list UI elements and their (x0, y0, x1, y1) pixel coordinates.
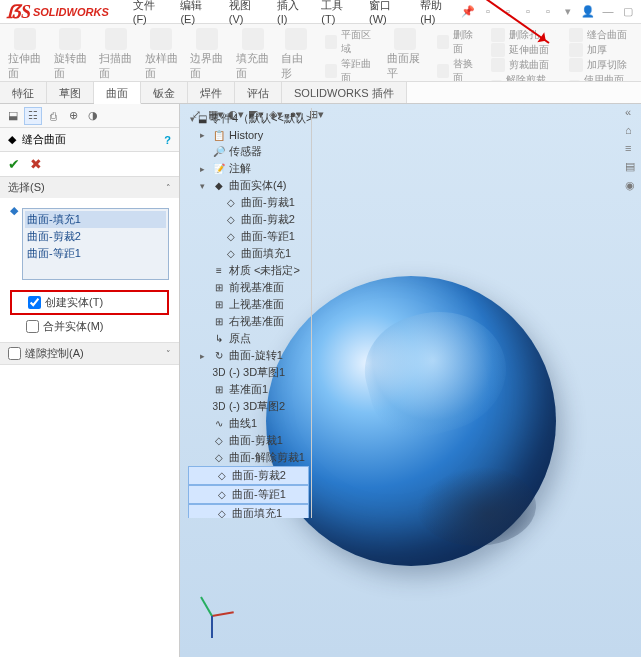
expand-panel-icon[interactable]: « (625, 106, 635, 118)
selection-item[interactable]: 曲面-填充1 (25, 211, 166, 228)
ribbon-button[interactable]: 加厚切除 (569, 58, 633, 72)
feature-item[interactable]: ◇曲面-等距1 (188, 485, 309, 504)
ribbon-button[interactable]: 解除剪裁曲面 (491, 73, 555, 82)
toolbar-quickaccess: 📌 ▫ ▫ ▫ ▫ ▾ 👤 — ▢ (461, 5, 635, 18)
chk-create-solid[interactable]: 创建实体(T) (12, 293, 167, 312)
feature-item[interactable]: 3D(-) 3D草图1 (186, 364, 311, 381)
feature-item[interactable]: ◇曲面-解除剪裁1 (186, 449, 311, 466)
camera-icon[interactable]: ◉ (625, 179, 635, 192)
command-tab[interactable]: 焊件 (188, 82, 235, 103)
ribbon-button[interactable]: 缝合曲面 (569, 28, 633, 42)
feature-item[interactable]: 🔎传感器 (186, 143, 311, 160)
ribbon-button[interactable]: 扫描曲面 (99, 28, 133, 81)
view-triad[interactable] (190, 589, 240, 639)
command-tabs: 特征草图曲面钣金焊件评估SOLIDWORKS 插件 (0, 82, 641, 104)
pm-help-icon[interactable]: ? (164, 134, 171, 146)
menu-item[interactable]: 工具(T) (315, 0, 361, 27)
pm-cancel-button[interactable]: ✖ (30, 156, 42, 172)
home-icon[interactable]: ⌂ (625, 124, 635, 136)
ribbon-button[interactable]: 旋转曲面 (54, 28, 88, 81)
feature-item[interactable]: ∿曲线1 (186, 415, 311, 432)
feature-item[interactable]: ▸📝注解 (186, 160, 311, 177)
pm-ok-button[interactable]: ✔ (8, 156, 20, 172)
palette-icon[interactable]: ▤ (625, 160, 635, 173)
menu-item[interactable]: 插入(I) (271, 0, 313, 27)
section-select-header[interactable]: 选择(S) ˄ (0, 177, 179, 198)
app-logo: ẞSSOLIDWORKS (6, 1, 109, 23)
axis-y (200, 596, 213, 616)
selection-item[interactable]: 曲面-等距1 (25, 245, 166, 262)
ribbon-button[interactable]: 加厚 (569, 43, 633, 57)
chk-create-solid-label: 创建实体(T) (45, 295, 103, 310)
feature-item[interactable]: ◇曲面填充1 (188, 504, 309, 518)
selection-item[interactable]: 曲面-剪裁2 (25, 228, 166, 245)
min-window[interactable]: — (601, 5, 615, 18)
chk-merge[interactable]: 合并实体(M) (10, 317, 169, 336)
chevron-up-icon: ˄ (166, 183, 171, 193)
command-tab[interactable]: 特征 (0, 82, 47, 103)
chk-gap-input[interactable] (8, 347, 21, 360)
menu-item[interactable]: 视图(V) (223, 0, 269, 27)
ribbon-button[interactable]: 放样曲面 (145, 28, 179, 81)
feature-item[interactable]: ◇曲面-剪裁1 (186, 432, 311, 449)
axis-z (211, 616, 213, 638)
section-select-label: 选择(S) (8, 180, 45, 195)
pm-tab-config-icon[interactable]: ⎙ (44, 107, 62, 125)
print-icon[interactable]: ▫ (541, 5, 555, 18)
ribbon-button[interactable]: 填充曲面 (236, 28, 270, 81)
pm-tab-appearance-icon[interactable]: ◑ (84, 107, 102, 125)
feature-item[interactable]: ▸↻曲面-旋转1 (186, 347, 311, 364)
feature-item[interactable]: ⊞前视基准面 (186, 279, 311, 296)
options-icon[interactable]: ▾ (561, 5, 575, 18)
save-icon[interactable]: ▫ (521, 5, 535, 18)
menu-item[interactable]: 编辑(E) (174, 0, 220, 27)
feature-item[interactable]: ▾◆曲面实体(4) (186, 177, 311, 194)
ribbon-button[interactable]: 平面区域 (325, 28, 373, 56)
selection-listbox[interactable]: 曲面-填充1曲面-剪裁2曲面-等距1 (22, 208, 169, 280)
ribbon-flatten[interactable]: 曲面展平 (387, 28, 423, 81)
feature-item[interactable]: ◇曲面-剪裁2 (188, 466, 309, 485)
chk-merge-input[interactable] (26, 320, 39, 333)
ribbon-button[interactable]: 删除面 (437, 28, 476, 56)
feature-item[interactable]: ⊞右视基准面 (186, 313, 311, 330)
ribbon-button[interactable]: 使用曲面切除 (569, 73, 633, 82)
feature-item[interactable]: ≡材质 <未指定> (186, 262, 311, 279)
feature-item[interactable]: ⊞上视基准面 (186, 296, 311, 313)
menu-item[interactable]: 文件(F) (127, 0, 173, 27)
section-select: 选择(S) ˄ ◆ 曲面-填充1曲面-剪裁2曲面-等距1 创建实体(T) 合并实… (0, 177, 179, 343)
ribbon-button[interactable]: 等距曲面 (325, 57, 373, 82)
pm-confirm-row: ✔ ✖ (0, 152, 179, 177)
pin-icon[interactable]: 📌 (461, 5, 475, 18)
viewport-side-toolbar: « ⌂ ≡ ▤ ◉ (625, 106, 635, 192)
pm-tab-property-icon[interactable]: ☷ (24, 107, 42, 125)
ribbon-button[interactable]: 自由形 (281, 28, 311, 81)
ribbon-button[interactable]: 拉伸曲面 (8, 28, 42, 81)
new-icon[interactable]: ▫ (481, 5, 495, 18)
command-tab[interactable]: SOLIDWORKS 插件 (282, 82, 407, 103)
feature-item[interactable]: ◇曲面-剪裁1 (186, 194, 311, 211)
feature-item[interactable]: ↳原点 (186, 330, 311, 347)
command-tab[interactable]: 草图 (47, 82, 94, 103)
pm-tab-dim-icon[interactable]: ⊕ (64, 107, 82, 125)
user-icon[interactable]: 👤 (581, 5, 595, 18)
feature-item[interactable]: ◇曲面填充1 (186, 245, 311, 262)
chk-create-solid-input[interactable] (28, 296, 41, 309)
command-tab[interactable]: 钣金 (141, 82, 188, 103)
menu-item[interactable]: 帮助(H) (414, 0, 461, 27)
feature-item[interactable]: 3D(-) 3D草图2 (186, 398, 311, 415)
ribbon-button[interactable]: 剪裁曲面 (491, 58, 555, 72)
ribbon-button[interactable]: 替换面 (437, 57, 476, 82)
ribbon-button[interactable]: 边界曲面 (190, 28, 224, 81)
layers-icon[interactable]: ≡ (625, 142, 635, 154)
command-tab[interactable]: 评估 (235, 82, 282, 103)
feature-root[interactable]: ▾⬓零件4（默认<<默认>_显... (186, 110, 311, 127)
feature-item[interactable]: ▸📋History (186, 127, 311, 143)
feature-item[interactable]: ⊞基准面1 (186, 381, 311, 398)
section-gap-header[interactable]: 缝隙控制(A) ˅ (0, 343, 179, 364)
feature-item[interactable]: ◇曲面-剪裁2 (186, 211, 311, 228)
pm-tab-feature-icon[interactable]: ⬓ (4, 107, 22, 125)
feature-item[interactable]: ◇曲面-等距1 (186, 228, 311, 245)
max-window[interactable]: ▢ (621, 5, 635, 18)
menu-item[interactable]: 窗口(W) (363, 0, 412, 27)
command-tab[interactable]: 曲面 (94, 82, 141, 104)
